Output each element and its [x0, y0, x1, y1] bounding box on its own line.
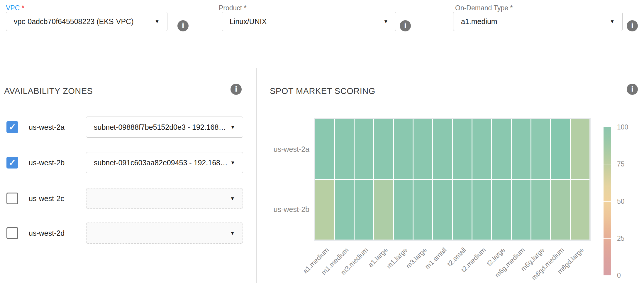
heatmap-cell-us-west-2b-t2.medium: [472, 180, 491, 240]
colorbar-tick-label: 75: [617, 160, 625, 168]
info-glyph: i: [235, 85, 237, 93]
heatmap-x-label: a1.medium: [290, 246, 331, 283]
heatmap-row-label: us-west-2a: [262, 145, 309, 154]
zone-checkbox-us-west-2a[interactable]: ✓: [6, 121, 18, 133]
heatmap-cell-us-west-2a-m1.small: [433, 119, 452, 179]
heatmap-cell-us-west-2a-a1.medium: [315, 119, 334, 179]
heatmap-cell-us-west-2b-m1.small: [433, 180, 452, 240]
vpc-info-icon[interactable]: i: [177, 20, 189, 31]
heatmap-cell-us-west-2b-m1.large: [394, 180, 413, 240]
product-select[interactable]: Linux/UNIX ▼: [222, 12, 396, 31]
availability-zone-row: us-west-2d▼: [0, 223, 256, 244]
product-select-value: Linux/UNIX: [230, 17, 267, 26]
subnet-select-us-west-2b[interactable]: subnet-091c603aa82e09453 - 192.168…▼: [86, 152, 243, 173]
colorbar-tick-line: [604, 238, 611, 239]
heatmap-cell-us-west-2a-m1.large: [394, 119, 413, 179]
subnet-select-us-west-2c[interactable]: ▼: [86, 188, 243, 209]
heatmap-cell-us-west-2b-m3.medium: [355, 180, 373, 240]
info-glyph: i: [404, 22, 406, 30]
info-glyph: i: [182, 22, 184, 30]
heatmap-cell-us-west-2b-a1.large: [374, 180, 393, 240]
availability-zones-title: AVAILABILITY ZONES: [4, 86, 93, 96]
chevron-down-icon: ▼: [230, 196, 235, 201]
vpc-required-asterisk: *: [22, 4, 24, 12]
info-glyph: i: [631, 85, 633, 93]
spot-market-scoring-title: SPOT MARKET SCORING: [270, 86, 375, 96]
colorbar-tick-label: 100: [617, 123, 628, 131]
colorbar-tick-label: 25: [617, 235, 625, 242]
heatmap-cell-us-west-2a-m1.medium: [335, 119, 354, 179]
spot-market-scoring-divider: [270, 103, 641, 103]
heatmap-cell-us-west-2b-m6g.large: [531, 180, 550, 240]
heatmap-cell-us-west-2a-t2.large: [492, 119, 511, 179]
subnet-select-us-west-2d[interactable]: ▼: [86, 223, 243, 244]
product-info-icon[interactable]: i: [400, 20, 411, 31]
heatmap-cell-us-west-2a-m6g.large: [531, 119, 550, 179]
chevron-down-icon: ▼: [610, 19, 615, 24]
heatmap-cell-us-west-2b-t2.large: [492, 180, 511, 240]
vpc-select[interactable]: vpc-0adcb70f645508223 (EKS-VPC) ▼: [6, 12, 167, 31]
vpc-select-value: vpc-0adcb70f645508223 (EKS-VPC): [14, 17, 134, 26]
heatmap-cell-us-west-2a-t2.medium: [472, 119, 491, 179]
heatmap-grid: [315, 119, 589, 240]
heatmap-cell-us-west-2a-m6gd.medium: [551, 119, 570, 179]
spot-market-scoring-info-icon[interactable]: i: [627, 84, 638, 95]
product-label-text: Product *: [219, 4, 247, 12]
availability-zones-divider: [4, 103, 245, 103]
zone-label: us-west-2d: [29, 223, 65, 244]
heatmap-cell-us-west-2a-m3.medium: [355, 119, 373, 179]
heatmap-cell-us-west-2a-m6g.medium: [512, 119, 531, 179]
heatmap-cell-us-west-2a-m6gd.large: [571, 119, 589, 179]
chevron-down-icon: ▼: [230, 160, 235, 165]
product-label: Product *: [219, 4, 247, 12]
heatmap-cell-us-west-2b-a1.medium: [315, 180, 334, 240]
heatmap-cell-us-west-2b-m6g.medium: [512, 180, 531, 240]
chevron-down-icon: ▼: [230, 231, 235, 236]
heatmap-row-label: us-west-2b: [262, 205, 309, 214]
chevron-down-icon: ▼: [155, 19, 160, 24]
on-demand-type-select-value: a1.medium: [461, 17, 497, 26]
info-glyph: i: [631, 22, 633, 30]
chevron-down-icon: ▼: [230, 125, 235, 130]
zone-checkbox-us-west-2c[interactable]: [6, 193, 18, 204]
colorbar-tick-label: 50: [617, 198, 625, 205]
vpc-label-text: VPC: [6, 4, 20, 12]
zone-checkbox-us-west-2d[interactable]: [6, 227, 18, 239]
colorbar-tick-label: 0: [617, 272, 621, 279]
vpc-label: VPC *: [6, 4, 24, 12]
zone-label: us-west-2a: [29, 117, 65, 138]
heatmap-cell-us-west-2a-m3.large: [413, 119, 432, 179]
heatmap-cell-us-west-2b-m6gd.large: [571, 180, 589, 240]
availability-zone-row: ✓us-west-2asubnet-09888f7be5152d0e3 - 19…: [0, 117, 256, 138]
heatmap-cell-us-west-2b-m3.large: [413, 180, 432, 240]
heatmap-cell-us-west-2a-a1.large: [374, 119, 393, 179]
on-demand-type-label-text: On-Demand Type *: [455, 4, 513, 12]
zone-label: us-west-2b: [29, 152, 65, 173]
heatmap-cell-us-west-2b-m1.medium: [335, 180, 354, 240]
heatmap-cell-us-west-2a-t2.small: [453, 119, 472, 179]
heatmap-plot-area: [314, 118, 591, 241]
on-demand-type-select[interactable]: a1.medium ▼: [453, 12, 623, 31]
colorbar-tick-line: [604, 164, 611, 164]
page: VPC * vpc-0adcb70f645508223 (EKS-VPC) ▼ …: [0, 0, 644, 283]
heatmap-cell-us-west-2b-t2.small: [453, 180, 472, 240]
subnet-select-us-west-2a[interactable]: subnet-09888f7be5152d0e3 - 192.168…▼: [86, 117, 243, 138]
zone-checkbox-us-west-2b[interactable]: ✓: [6, 157, 18, 169]
on-demand-type-label: On-Demand Type *: [455, 4, 513, 12]
subnet-select-value: subnet-091c603aa82e09453 - 192.168…: [94, 159, 228, 167]
heatmap-colorbar: [604, 127, 611, 275]
section-vertical-divider: [256, 68, 257, 283]
subnet-select-value: subnet-09888f7be5152d0e3 - 192.168…: [94, 123, 226, 132]
availability-zone-row: ✓us-west-2bsubnet-091c603aa82e09453 - 19…: [0, 152, 256, 173]
availability-zones-info-icon[interactable]: i: [231, 84, 242, 95]
availability-zone-row: us-west-2c▼: [0, 188, 256, 209]
colorbar-tick-line: [604, 201, 611, 202]
chevron-down-icon: ▼: [383, 19, 388, 24]
zone-label: us-west-2c: [29, 188, 64, 209]
on-demand-type-info-icon[interactable]: i: [627, 20, 638, 31]
heatmap-cell-us-west-2b-m6gd.medium: [551, 180, 570, 240]
